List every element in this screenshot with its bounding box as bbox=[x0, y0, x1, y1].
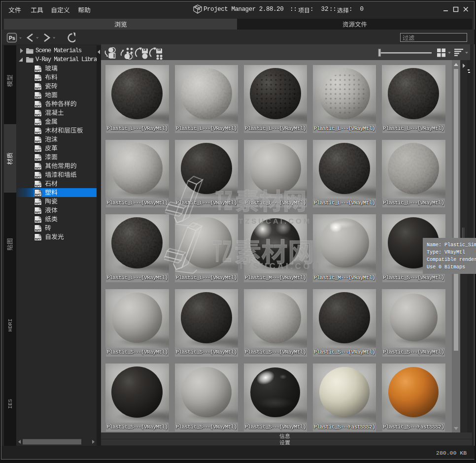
svg-text:MAT: MAT bbox=[35, 201, 41, 205]
svg-text:MAT: MAT bbox=[35, 139, 41, 143]
svg-text:MAT: MAT bbox=[35, 219, 41, 223]
svg-text:MAT: MAT bbox=[35, 237, 41, 240]
svg-text:MAT: MAT bbox=[35, 131, 41, 134]
svg-text:MAT: MAT bbox=[35, 184, 41, 187]
svg-text:MAT: MAT bbox=[35, 228, 41, 232]
svg-text:MAT: MAT bbox=[35, 175, 41, 178]
svg-text:MAT: MAT bbox=[35, 68, 41, 72]
svg-text:MAT: MAT bbox=[35, 210, 41, 214]
svg-text:MAT: MAT bbox=[35, 86, 41, 90]
svg-text:MAT: MAT bbox=[35, 122, 41, 125]
svg-text:MAT: MAT bbox=[35, 104, 41, 107]
svg-text:MAT: MAT bbox=[35, 113, 41, 116]
svg-text:MAT: MAT bbox=[35, 166, 41, 169]
svg-text:Ps: Ps bbox=[9, 35, 15, 41]
svg-text:MAT: MAT bbox=[35, 157, 41, 161]
svg-text:MAT: MAT bbox=[35, 77, 41, 81]
svg-text:MAT: MAT bbox=[35, 193, 41, 196]
svg-text:MAT: MAT bbox=[35, 148, 41, 152]
svg-text:MAT: MAT bbox=[35, 95, 41, 99]
